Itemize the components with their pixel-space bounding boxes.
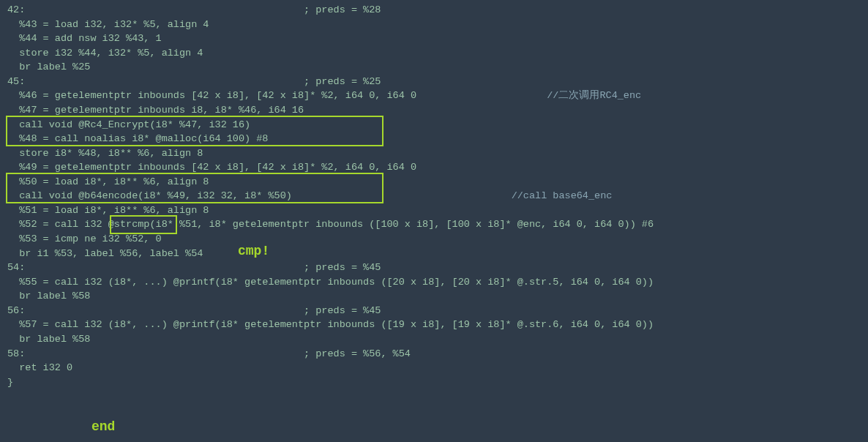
code-line: %46 = getelementptr inbounds [42 x i8], … <box>7 89 861 103</box>
comment-rc4: //二次调用RC4_enc <box>547 90 641 101</box>
code-line: %53 = icmp ne i32 %52, 0 <box>7 232 861 247</box>
code-line: 56: ; preds = %45 <box>7 304 861 318</box>
code-line: br label %58 <box>7 289 861 304</box>
code-line: br label %58 <box>7 332 861 347</box>
code-line: %48 = call noalias i8* @malloc(i64 100) … <box>7 132 861 146</box>
code-line: %49 = getelementptr inbounds [42 x i8], … <box>7 160 861 175</box>
code-line: 54: ; preds = %45 <box>7 261 861 275</box>
code-line: call void @Rc4_Encrypt(i8* %47, i32 16) <box>7 118 861 132</box>
code-line: %57 = call i32 (i8*, ...) @printf(i8* ge… <box>7 318 861 332</box>
code-line: %47 = getelementptr inbounds i8, i8* %46… <box>7 103 861 118</box>
code-line: %52 = call i32 @strcmp(i8* %51, i8* gete… <box>7 217 861 232</box>
code-line: 58: ; preds = %56, %54 <box>7 347 861 362</box>
code-line: %55 = call i32 (i8*, ...) @printf(i8* ge… <box>7 275 861 290</box>
annotation-cmp: cmp! <box>238 241 269 261</box>
code-line: call void @b64encode(i8* %49, i32 32, i8… <box>7 189 861 203</box>
code-line: store i8* %48, i8** %6, align 8 <box>7 146 861 161</box>
code-line: %44 = add nsw i32 %43, 1 <box>7 31 861 46</box>
code-line: } <box>7 375 861 390</box>
code-line: %51 = load i8*, i8** %6, align 8 <box>7 203 861 218</box>
code-line: br i1 %53, label %56, label %54 <box>7 247 861 261</box>
annotation-end: end <box>91 417 115 436</box>
comment-b64: //call base64_enc <box>512 190 613 201</box>
code-block: 42: ; preds = %28 %43 = load i32, i32* %… <box>7 3 861 389</box>
code-line: br label %25 <box>7 60 861 75</box>
code-line: %50 = load i8*, i8** %6, align 8 <box>7 175 861 190</box>
code-line: store i32 %44, i32* %5, align 4 <box>7 46 861 61</box>
code-line: %43 = load i32, i32* %5, align 4 <box>7 18 861 32</box>
code-line: 42: ; preds = %28 <box>7 3 861 18</box>
code-line: ret i32 0 <box>7 361 861 375</box>
code-line: 45: ; preds = %25 <box>7 75 861 89</box>
